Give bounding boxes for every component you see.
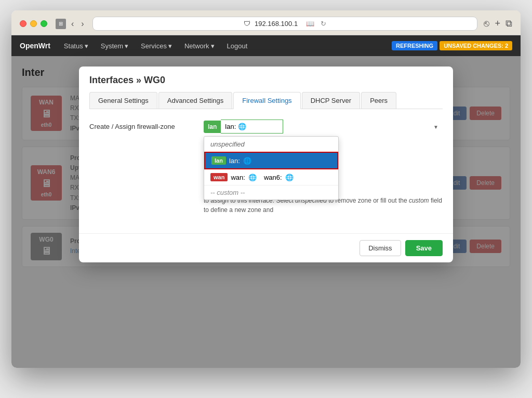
interface-modal: Interfaces » WG0 General Settings Advanc… [79,67,453,262]
share-button[interactable]: ⎋ [484,18,489,29]
dismiss-button[interactable]: Dismiss [360,240,401,256]
address-bar[interactable]: 🛡 192.168.100.1 📖 ↻ [92,17,478,31]
save-button[interactable]: Save [405,240,443,256]
openwrt-navbar: OpenWrt Status ▾ System ▾ Services ▾ Net… [11,35,521,56]
chevron-down-icon: ▾ [168,42,172,50]
url-text: 192.168.100.1 [255,20,298,28]
dropdown-item-custom[interactable]: -- custom -- [204,185,338,200]
nav-network[interactable]: Network ▾ [179,38,220,54]
main-content: Inter WAN 🖥 eth0 MAC: 86:F4:11:D7:73:4F … [11,56,521,368]
tab-firewall-settings[interactable]: Firewall Settings [233,92,300,109]
firewall-zone-control: lan lan: 🌐 ▼ unspecified lan [204,120,443,215]
browser-nav: ⊞ ‹ › [56,18,86,30]
minimize-button[interactable] [30,20,37,27]
nav-status[interactable]: Status ▾ [59,38,94,54]
openwrt-logo: OpenWrt [20,42,50,50]
tab-general-settings[interactable]: General Settings [89,92,157,109]
tab-peers[interactable]: Peers [361,92,396,109]
dropdown-item-lan[interactable]: lan lan: 🌐 [204,152,338,169]
unsaved-changes-badge: UNSAVED CHANGES: 2 [440,41,512,50]
tabs-button[interactable]: ⧉ [506,18,512,29]
chevron-down-icon: ▾ [85,42,88,50]
close-button[interactable] [20,20,26,27]
modal-tabs: General Settings Advanced Settings Firew… [89,92,443,109]
fw-select-wrapper: lan lan: 🌐 ▼ [204,120,443,134]
modal-footer: Dismiss Save [79,233,453,262]
reader-mode-icon: 📖 [306,20,314,28]
chevron-down-icon: ▾ [125,42,128,50]
dropdown-item-wan[interactable]: wan wan: 🌐 wan6: 🌐 [204,169,338,185]
maximize-button[interactable] [41,20,47,27]
reader-icon[interactable]: ⊞ [56,19,66,29]
new-tab-button[interactable]: + [495,18,500,29]
lan-zone-badge: lan [211,156,226,165]
chevron-down-icon: ▾ [211,42,215,50]
shield-icon: 🛡 [244,20,250,28]
fw-zone-tag: lan [204,121,221,133]
fw-select-display[interactable]: lan: 🌐 [221,120,283,134]
forward-button[interactable]: › [79,18,86,30]
modal-title: Interfaces » WG0 [89,75,443,86]
firewall-zone-dropdown: unspecified lan lan: 🌐 wan wan: [204,136,339,200]
firewall-zone-row: Create / Assign firewall-zone lan lan: 🌐… [89,120,443,215]
nav-system[interactable]: System ▾ [96,38,134,54]
refresh-icon[interactable]: ↻ [321,20,326,28]
firewall-zone-label: Create / Assign firewall-zone [89,120,193,130]
traffic-lights [20,20,47,27]
nav-services[interactable]: Services ▾ [136,38,177,54]
nav-logout[interactable]: Logout [222,38,253,54]
tab-advanced-settings[interactable]: Advanced Settings [158,92,232,109]
modal-overlay: Interfaces » WG0 General Settings Advanc… [11,56,521,368]
dropdown-item-unspecified[interactable]: unspecified [204,137,338,152]
chevron-down-icon: ▼ [433,124,438,129]
wan-zone-badge: wan [210,173,228,181]
modal-body: Create / Assign firewall-zone lan lan: 🌐… [79,109,453,233]
back-button[interactable]: ‹ [69,18,76,30]
tab-dhcp-server[interactable]: DHCP Server [302,92,361,109]
refreshing-badge: REFRESHING [392,41,437,50]
browser-actions: ⎋ + ⧉ [484,18,512,29]
modal-header: Interfaces » WG0 General Settings Advanc… [79,67,453,109]
